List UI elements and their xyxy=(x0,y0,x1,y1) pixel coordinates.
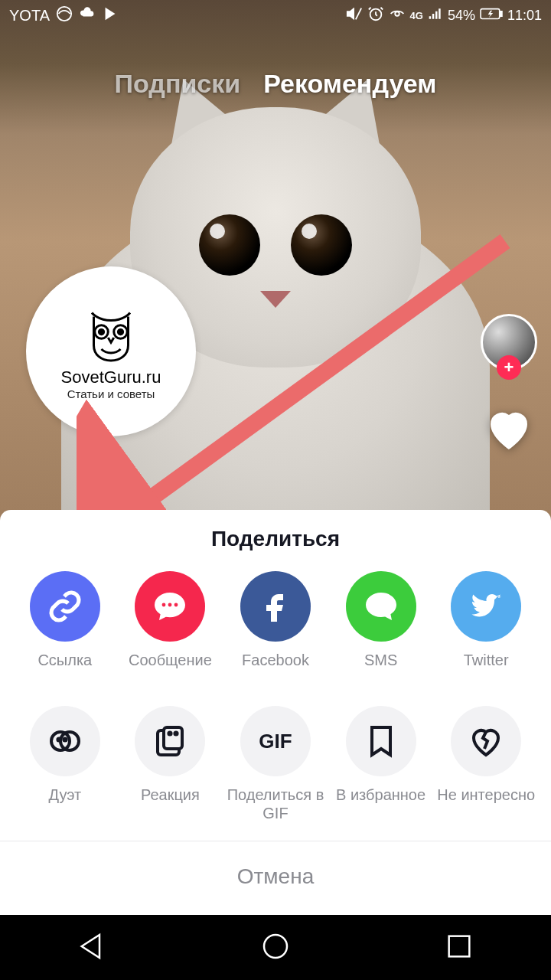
svg-rect-19 xyxy=(164,727,182,749)
sms-icon xyxy=(346,571,416,642)
svg-point-20 xyxy=(169,732,171,734)
svg-point-2 xyxy=(395,11,399,16)
network-type: 4G xyxy=(410,10,423,21)
firefox-icon xyxy=(56,5,73,26)
battery-percent: 54% xyxy=(448,8,475,24)
reaction-icon xyxy=(135,706,205,776)
svg-point-13 xyxy=(174,603,178,607)
right-action-rail: + xyxy=(481,314,537,459)
signal-icon xyxy=(428,6,443,25)
link-icon xyxy=(30,571,100,642)
carrier-label: YOTA xyxy=(9,7,50,24)
twitter-icon xyxy=(451,571,521,642)
svg-point-7 xyxy=(99,329,103,334)
cancel-button[interactable]: Отмена xyxy=(0,841,551,915)
action-reaction[interactable]: Реакция xyxy=(120,706,220,822)
battery-icon xyxy=(480,8,503,24)
gif-icon: GIF xyxy=(240,706,311,776)
watermark-badge: SovetGuru.ru Статьи и советы xyxy=(26,266,196,436)
duet-icon xyxy=(30,706,100,776)
feed-tabs: Подписки Рекомендуем xyxy=(0,69,551,99)
cloud-icon xyxy=(79,5,96,26)
action-not-interested[interactable]: Не интересно xyxy=(436,706,536,822)
svg-point-16 xyxy=(57,738,60,740)
action-duet[interactable]: Дуэт xyxy=(15,706,115,822)
share-row-primary: Ссылка Сообщение Facebook SMS Twitter xyxy=(0,571,551,688)
watermark-subtitle: Статьи и советы xyxy=(67,387,155,400)
play-store-icon xyxy=(102,5,119,26)
share-link[interactable]: Ссылка xyxy=(15,571,115,688)
svg-point-17 xyxy=(64,738,66,740)
share-sms[interactable]: SMS xyxy=(331,571,431,688)
svg-point-21 xyxy=(175,732,178,734)
broken-heart-icon xyxy=(451,706,521,776)
svg-point-22 xyxy=(264,935,287,958)
svg-rect-23 xyxy=(449,936,470,956)
message-icon xyxy=(135,571,205,642)
mute-icon xyxy=(346,5,363,26)
follow-button[interactable]: + xyxy=(497,355,521,380)
android-navbar xyxy=(0,915,551,980)
svg-point-12 xyxy=(168,603,172,607)
nav-back[interactable] xyxy=(77,931,107,965)
action-favorite[interactable]: В избранное xyxy=(331,706,431,822)
author-avatar[interactable]: + xyxy=(481,314,537,371)
tab-following[interactable]: Подписки xyxy=(115,69,241,99)
facebook-icon xyxy=(240,571,311,642)
tab-for-you[interactable]: Рекомендуем xyxy=(263,69,436,99)
watermark-title: SovetGuru.ru xyxy=(61,368,161,387)
action-share-gif[interactable]: GIF Поделиться в GIF xyxy=(226,706,325,822)
owl-icon xyxy=(80,303,142,364)
eye-comfort-icon xyxy=(389,5,406,26)
share-twitter[interactable]: Twitter xyxy=(436,571,536,688)
share-facebook[interactable]: Facebook xyxy=(226,571,325,688)
svg-point-8 xyxy=(118,329,122,334)
share-row-secondary: Дуэт Реакция GIF Поделиться в GIF В избр… xyxy=(0,706,551,822)
nav-recent[interactable] xyxy=(444,931,474,965)
share-sheet: Поделиться Ссылка Сообщение Facebook SMS xyxy=(0,510,551,915)
nav-home[interactable] xyxy=(260,931,291,965)
svg-rect-4 xyxy=(500,11,502,15)
bookmark-icon xyxy=(346,706,416,776)
share-message[interactable]: Сообщение xyxy=(120,571,220,688)
status-time: 11:01 xyxy=(507,8,542,24)
svg-point-11 xyxy=(162,603,166,607)
alarm-icon xyxy=(367,5,384,26)
like-button[interactable] xyxy=(481,401,536,459)
share-title: Поделиться xyxy=(0,527,551,551)
status-bar: YOTA 4G 54% 11:01 xyxy=(0,0,551,31)
